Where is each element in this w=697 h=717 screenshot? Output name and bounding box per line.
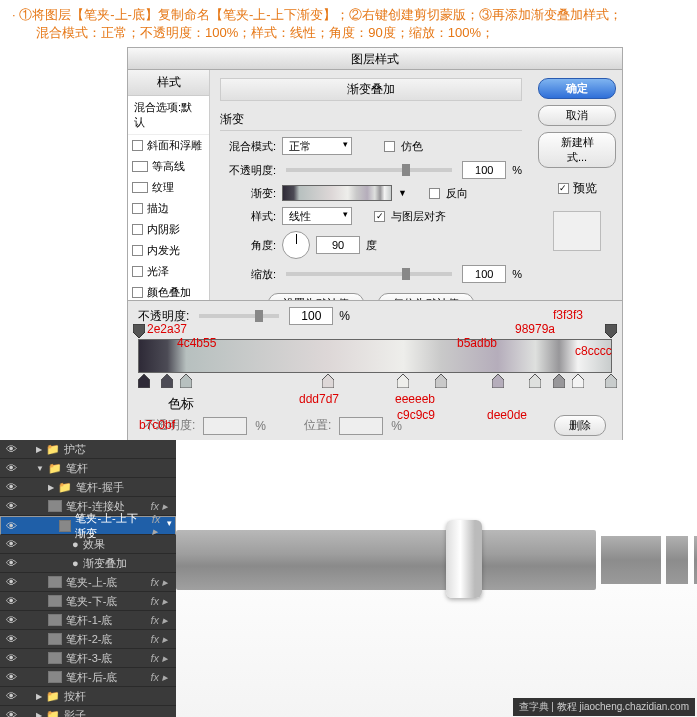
style-item[interactable]: 内发光 (128, 240, 209, 261)
reverse-checkbox[interactable] (429, 188, 440, 199)
layer-row[interactable]: 👁▼📁笔杆 (0, 459, 176, 478)
disclosure-icon[interactable]: ▼ (36, 464, 44, 473)
canvas-preview: 查字典 | 教程 jiaocheng.chazidian.com (176, 440, 697, 717)
scale-slider[interactable] (286, 272, 452, 276)
gradient-swatch[interactable] (282, 185, 392, 201)
visibility-icon[interactable]: 👁 (5, 520, 17, 532)
scale-input[interactable]: 100 (462, 265, 506, 283)
preview-checkbox[interactable] (558, 183, 569, 194)
style-checkbox[interactable] (132, 161, 148, 172)
color-stop[interactable] (397, 374, 409, 388)
style-item[interactable]: 斜面和浮雕 (128, 135, 209, 156)
style-item[interactable]: 描边 (128, 198, 209, 219)
layer-row[interactable]: 👁笔杆-后-底fx ▸ (0, 668, 176, 687)
blend-options-row[interactable]: 混合选项:默认 (128, 96, 209, 135)
gradient-bar[interactable]: 2e2a374c4b55b7c0bfddd7d7eeeeebc9c9c9b5ad… (138, 339, 612, 373)
disclosure-icon[interactable]: ▶ (36, 692, 42, 701)
visibility-icon[interactable]: 👁 (4, 633, 18, 645)
color-stop[interactable] (605, 374, 617, 388)
style-item[interactable]: 等高线 (128, 156, 209, 177)
style-checkbox[interactable] (132, 245, 143, 256)
fx-badge[interactable]: fx ▸ (150, 652, 172, 665)
color-stop[interactable] (435, 374, 447, 388)
delete-stop-button[interactable]: 删除 (554, 415, 606, 436)
stop-position-input[interactable] (339, 417, 383, 435)
style-checkbox[interactable] (132, 182, 148, 193)
angle-dial[interactable] (282, 231, 310, 259)
watermark: 查字典 | 教程 jiaocheng.chazidian.com (513, 698, 695, 716)
ok-button[interactable]: 确定 (538, 78, 616, 99)
visibility-icon[interactable]: 👁 (4, 443, 18, 455)
align-checkbox[interactable] (374, 211, 385, 222)
fx-badge[interactable]: fx ▸ (150, 671, 172, 684)
style-checkbox[interactable] (132, 140, 143, 151)
layer-row[interactable]: 👁▶📁按杆 (0, 687, 176, 706)
color-annotation: b5adbb (457, 336, 497, 350)
layer-row[interactable]: 👁笔杆-2-底fx ▸ (0, 630, 176, 649)
layer-row[interactable]: 👁笔夹-上-底fx ▸ (0, 573, 176, 592)
style-checkbox[interactable] (132, 266, 143, 277)
visibility-icon[interactable]: 👁 (4, 462, 18, 474)
visibility-icon[interactable]: 👁 (4, 671, 18, 683)
layer-row[interactable]: 👁笔夹-上-上下渐变fx ▸ (0, 516, 176, 535)
visibility-icon[interactable]: 👁 (4, 595, 18, 607)
visibility-icon[interactable]: 👁 (4, 652, 18, 664)
color-stop[interactable] (322, 374, 334, 388)
stop-position-label: 位置: (304, 417, 331, 434)
fx-badge[interactable]: fx ▸ (152, 513, 171, 538)
color-stop[interactable] (161, 374, 173, 388)
color-stop[interactable] (553, 374, 565, 388)
stop-opacity-input[interactable] (203, 417, 247, 435)
grad-opacity-input[interactable]: 100 (289, 307, 333, 325)
color-stop[interactable] (180, 374, 192, 388)
disclosure-icon[interactable]: ▶ (36, 711, 42, 718)
dither-checkbox[interactable] (384, 141, 395, 152)
layer-row[interactable]: 👁笔杆-3-底fx ▸ (0, 649, 176, 668)
color-stop[interactable] (138, 374, 150, 388)
layer-row[interactable]: 👁▶📁护芯 (0, 440, 176, 459)
layer-row[interactable]: 👁笔夹-下-底fx ▸ (0, 592, 176, 611)
disclosure-icon[interactable]: ▶ (48, 483, 54, 492)
layer-row[interactable]: 👁▶📁影子 (0, 706, 176, 717)
preview-label: 预览 (573, 180, 597, 197)
blend-mode-select[interactable]: 正常 (282, 137, 352, 155)
grad-opacity-slider[interactable] (199, 314, 279, 318)
new-style-button[interactable]: 新建样式... (538, 132, 616, 168)
fx-badge[interactable]: fx ▸ (150, 500, 172, 513)
visibility-icon[interactable]: 👁 (4, 557, 18, 569)
cancel-button[interactable]: 取消 (538, 105, 616, 126)
fx-badge[interactable]: fx ▸ (150, 576, 172, 589)
fx-badge[interactable]: fx ▸ (150, 595, 172, 608)
opacity-stop[interactable] (605, 324, 617, 338)
layer-row[interactable]: 👁●渐变叠加 (0, 554, 176, 573)
opacity-input[interactable]: 100 (462, 161, 506, 179)
style-item[interactable]: 纹理 (128, 177, 209, 198)
visibility-icon[interactable]: 👁 (4, 576, 18, 588)
visibility-icon[interactable]: 👁 (4, 614, 18, 626)
color-annotation: 2e2a37 (147, 322, 187, 336)
layer-row[interactable]: 👁▶📁笔杆-握手 (0, 478, 176, 497)
color-stop[interactable] (572, 374, 584, 388)
style-item[interactable]: 光泽 (128, 261, 209, 282)
fx-badge[interactable]: fx ▸ (150, 614, 172, 627)
angle-input[interactable]: 90 (316, 236, 360, 254)
visibility-icon[interactable]: 👁 (4, 690, 18, 702)
color-stop[interactable] (492, 374, 504, 388)
style-checkbox[interactable] (132, 224, 143, 235)
fx-badge[interactable]: fx ▸ (150, 633, 172, 646)
reverse-label: 反向 (446, 186, 468, 201)
style-checkbox[interactable] (132, 287, 143, 298)
opacity-slider[interactable] (286, 168, 452, 172)
visibility-icon[interactable]: 👁 (4, 500, 18, 512)
visibility-icon[interactable]: 👁 (4, 538, 18, 550)
style-select[interactable]: 线性 (282, 207, 352, 225)
visibility-icon[interactable]: 👁 (4, 481, 18, 493)
opacity-stop[interactable] (133, 324, 145, 338)
layer-thumb (48, 652, 62, 664)
style-checkbox[interactable] (132, 203, 143, 214)
style-item[interactable]: 内阴影 (128, 219, 209, 240)
disclosure-icon[interactable]: ▶ (36, 445, 42, 454)
color-stop[interactable] (529, 374, 541, 388)
layer-row[interactable]: 👁笔杆-1-底fx ▸ (0, 611, 176, 630)
visibility-icon[interactable]: 👁 (4, 709, 18, 717)
